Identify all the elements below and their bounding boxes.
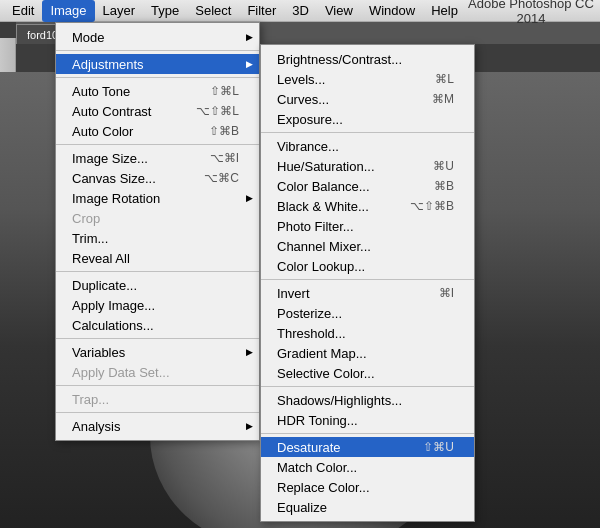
auto-color-shortcut: ⇧⌘B [189, 124, 239, 138]
adj-desaturate[interactable]: Desaturate ⇧⌘U [261, 437, 474, 457]
menu-item-adjustments-label: Adjustments [72, 57, 144, 72]
menubar-item-type[interactable]: Type [143, 0, 187, 22]
menu-item-trim[interactable]: Trim... [56, 228, 259, 248]
menu-item-analysis-label: Analysis [72, 419, 120, 434]
adj-replace-color-label: Replace Color... [277, 480, 370, 495]
adj-color-lookup[interactable]: Color Lookup... [261, 256, 474, 276]
adj-threshold-label: Threshold... [277, 326, 346, 341]
separator [261, 433, 474, 434]
menu-item-reveal-all[interactable]: Reveal All [56, 248, 259, 268]
adj-exposure-label: Exposure... [277, 112, 343, 127]
menu-item-crop-label: Crop [72, 211, 100, 226]
adj-brightness-contrast[interactable]: Brightness/Contrast... [261, 49, 474, 69]
adj-photo-filter[interactable]: Photo Filter... [261, 216, 474, 236]
menu-item-mode-label: Mode [72, 30, 105, 45]
adj-equalize[interactable]: Equalize [261, 497, 474, 517]
menubar-item-help[interactable]: Help [423, 0, 466, 22]
menu-item-adjustments[interactable]: Adjustments [56, 54, 259, 74]
auto-contrast-shortcut: ⌥⇧⌘L [176, 104, 239, 118]
menubar-item-view[interactable]: View [317, 0, 361, 22]
adj-equalize-label: Equalize [277, 500, 327, 515]
menu-item-canvas-size-label: Canvas Size... [72, 171, 156, 186]
menu-item-image-rotation[interactable]: Image Rotation [56, 188, 259, 208]
adj-black-white[interactable]: Black & White... ⌥⇧⌘B [261, 196, 474, 216]
adj-gradient-map[interactable]: Gradient Map... [261, 343, 474, 363]
canvas-size-shortcut: ⌥⌘C [184, 171, 239, 185]
adjustments-submenu: Brightness/Contrast... Levels... ⌘L Curv… [260, 44, 475, 522]
adj-match-color[interactable]: Match Color... [261, 457, 474, 477]
menu-item-calculations[interactable]: Calculations... [56, 315, 259, 335]
menu-item-auto-color-label: Auto Color [72, 124, 133, 139]
menu-item-image-size[interactable]: Image Size... ⌥⌘I [56, 148, 259, 168]
adj-match-color-label: Match Color... [277, 460, 357, 475]
adj-invert[interactable]: Invert ⌘I [261, 283, 474, 303]
adj-desaturate-label: Desaturate [277, 440, 341, 455]
menu-item-crop: Crop [56, 208, 259, 228]
adj-brightness-contrast-label: Brightness/Contrast... [277, 52, 402, 67]
menu-item-apply-image[interactable]: Apply Image... [56, 295, 259, 315]
separator [261, 279, 474, 280]
menu-item-auto-tone[interactable]: Auto Tone ⇧⌘L [56, 81, 259, 101]
menu-item-auto-color[interactable]: Auto Color ⇧⌘B [56, 121, 259, 141]
menu-item-auto-contrast[interactable]: Auto Contrast ⌥⇧⌘L [56, 101, 259, 121]
adj-threshold[interactable]: Threshold... [261, 323, 474, 343]
adj-invert-shortcut: ⌘I [419, 286, 454, 300]
adj-shadows-highlights[interactable]: Shadows/Highlights... [261, 390, 474, 410]
menu-item-duplicate[interactable]: Duplicate... [56, 275, 259, 295]
adj-channel-mixer[interactable]: Channel Mixer... [261, 236, 474, 256]
app-title: Adobe Photoshop CC 2014 [466, 0, 596, 26]
adj-curves[interactable]: Curves... ⌘M [261, 89, 474, 109]
adj-exposure[interactable]: Exposure... [261, 109, 474, 129]
separator [56, 338, 259, 339]
adj-hue-saturation-label: Hue/Saturation... [277, 159, 375, 174]
adj-color-lookup-label: Color Lookup... [277, 259, 365, 274]
separator [56, 271, 259, 272]
separator [56, 144, 259, 145]
adj-hue-saturation[interactable]: Hue/Saturation... ⌘U [261, 156, 474, 176]
menu-item-reveal-all-label: Reveal All [72, 251, 130, 266]
menubar: Edit Image Layer Type Select Filter 3D V… [0, 0, 600, 22]
menubar-item-layer[interactable]: Layer [95, 0, 144, 22]
adj-levels[interactable]: Levels... ⌘L [261, 69, 474, 89]
menubar-item-3d[interactable]: 3D [284, 0, 317, 22]
menubar-item-edit[interactable]: Edit [4, 0, 42, 22]
menubar-item-image[interactable]: Image [42, 0, 94, 22]
adj-invert-label: Invert [277, 286, 310, 301]
adj-shadows-highlights-label: Shadows/Highlights... [277, 393, 402, 408]
menu-item-canvas-size[interactable]: Canvas Size... ⌥⌘C [56, 168, 259, 188]
adj-photo-filter-label: Photo Filter... [277, 219, 354, 234]
adj-vibrance[interactable]: Vibrance... [261, 136, 474, 156]
menubar-item-window[interactable]: Window [361, 0, 423, 22]
adj-desaturate-shortcut: ⇧⌘U [403, 440, 454, 454]
menubar-item-filter[interactable]: Filter [239, 0, 284, 22]
menu-item-image-size-label: Image Size... [72, 151, 148, 166]
adj-replace-color[interactable]: Replace Color... [261, 477, 474, 497]
adj-selective-color[interactable]: Selective Color... [261, 363, 474, 383]
menu-item-auto-tone-label: Auto Tone [72, 84, 130, 99]
menu-item-apply-data-set-label: Apply Data Set... [72, 365, 170, 380]
adj-posterize[interactable]: Posterize... [261, 303, 474, 323]
adj-black-white-label: Black & White... [277, 199, 369, 214]
adj-levels-label: Levels... [277, 72, 325, 87]
menu-item-calculations-label: Calculations... [72, 318, 154, 333]
adj-hue-saturation-shortcut: ⌘U [413, 159, 454, 173]
menu-item-mode[interactable]: Mode [56, 27, 259, 47]
adj-levels-shortcut: ⌘L [415, 72, 454, 86]
menu-item-analysis[interactable]: Analysis [56, 416, 259, 436]
adj-hdr-toning[interactable]: HDR Toning... [261, 410, 474, 430]
adj-curves-shortcut: ⌘M [412, 92, 454, 106]
menubar-item-select[interactable]: Select [187, 0, 239, 22]
menu-item-auto-contrast-label: Auto Contrast [72, 104, 152, 119]
menu-item-variables[interactable]: Variables [56, 342, 259, 362]
menu-item-image-rotation-label: Image Rotation [72, 191, 160, 206]
menu-item-trap-label: Trap... [72, 392, 109, 407]
adj-black-white-shortcut: ⌥⇧⌘B [390, 199, 454, 213]
menu-item-trap: Trap... [56, 389, 259, 409]
adj-hdr-toning-label: HDR Toning... [277, 413, 358, 428]
separator [261, 132, 474, 133]
adj-color-balance[interactable]: Color Balance... ⌘B [261, 176, 474, 196]
separator [56, 50, 259, 51]
auto-tone-shortcut: ⇧⌘L [190, 84, 239, 98]
separator [56, 77, 259, 78]
menu-item-trim-label: Trim... [72, 231, 108, 246]
